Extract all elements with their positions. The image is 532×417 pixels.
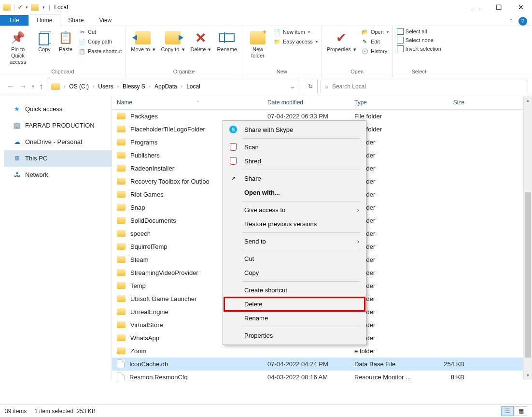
file-name: Riot Games — [130, 191, 164, 198]
header-date[interactable]: Date modified — [267, 99, 354, 106]
qat-check-icon[interactable]: ✓ — [18, 4, 23, 11]
tab-view[interactable]: View — [91, 15, 119, 26]
file-name: Packages — [130, 113, 158, 120]
easy-access-icon: 📁 — [273, 38, 281, 45]
pin-icon — [10, 30, 26, 45]
new-item-button[interactable]: 📄New item▾ — [273, 28, 318, 36]
cm-delete[interactable]: Delete — [224, 297, 365, 311]
new-folder-button[interactable]: New folder — [246, 28, 269, 61]
history-button[interactable]: 🕘History — [361, 47, 389, 55]
edit-button[interactable]: ✎Edit — [361, 38, 389, 45]
scroll-thumb[interactable] — [525, 192, 531, 358]
invert-selection-button[interactable]: Invert selection — [397, 45, 441, 52]
table-row[interactable]: Zoome folder — [112, 345, 523, 358]
minimize-button[interactable]: — — [465, 0, 488, 14]
cm-open-with[interactable]: Open with... — [224, 186, 365, 200]
tab-home[interactable]: Home — [28, 14, 60, 26]
header-type[interactable]: Type — [354, 99, 427, 106]
copy-to-button[interactable]: Copy to ▾ — [160, 28, 186, 55]
cut-button[interactable]: ✂Cut — [78, 28, 122, 36]
tab-file[interactable]: File — [0, 15, 28, 26]
main: ★Quick access 🏢FARRAD PRODUCTION ☁OneDri… — [0, 96, 532, 380]
qat-chevron-icon[interactable]: ▾ — [26, 5, 28, 10]
group-clipboard-label: Clipboard — [52, 68, 74, 76]
file-name: Ubisoft Game Launcher — [130, 295, 196, 302]
folder-icon — [117, 191, 126, 198]
crumb-0[interactable]: OS (C:) — [67, 83, 91, 90]
cm-give-access[interactable]: Give access to› — [224, 203, 365, 217]
crumb-1[interactable]: Users — [96, 83, 115, 90]
refresh-button[interactable]: ↻ — [303, 80, 318, 93]
header-name[interactable]: Name⌃ — [112, 99, 267, 106]
cm-restore[interactable]: Restore previous versions — [224, 217, 365, 231]
nav-forward-button[interactable]: → — [19, 82, 27, 91]
context-menu: SShare with Skype Scan Shred ↗Share Open… — [223, 120, 366, 345]
scroll-up-icon[interactable]: ▲ — [524, 96, 532, 105]
rename-button[interactable]: Rename — [216, 28, 238, 55]
view-details-button[interactable]: ☰ — [501, 406, 514, 416]
maximize-button[interactable]: ☐ — [488, 0, 510, 14]
address-dropdown-icon[interactable]: ⌄ — [287, 83, 298, 90]
help-icon[interactable]: ? — [518, 17, 527, 26]
file-date: 07-04-2022 06:33 PM — [267, 113, 354, 120]
move-to-button[interactable]: Move to ▾ — [130, 28, 156, 55]
crumb-sep[interactable]: › — [63, 84, 66, 89]
crumb-2[interactable]: Blessy S — [121, 83, 147, 90]
cm-scan[interactable]: Scan — [224, 140, 365, 154]
nav-up-button[interactable]: ↑ — [39, 82, 43, 91]
easy-access-button[interactable]: 📁Easy access▾ — [273, 38, 318, 45]
address-bar[interactable]: › OS (C:) › Users › Blessy S › AppData ›… — [49, 80, 300, 93]
delete-label: Delete ▾ — [191, 46, 211, 53]
paste-shortcut-button[interactable]: 📋Paste shortcut — [78, 47, 122, 55]
search-box[interactable]: ⌕ — [321, 80, 528, 93]
copy-button[interactable]: Copy — [36, 28, 53, 55]
move-to-icon — [135, 30, 151, 45]
nav-back-button[interactable]: ← — [7, 82, 14, 91]
copy-path-button[interactable]: 📄Copy path — [78, 38, 122, 45]
properties-button[interactable]: Properties ▾ — [326, 28, 357, 55]
open-button[interactable]: 📂Open▾ — [361, 28, 389, 36]
file-list: Name⌃ Date modified Type Size Packages07… — [112, 96, 523, 380]
folder-icon — [117, 295, 126, 302]
cm-properties[interactable]: Properties — [224, 329, 365, 343]
crumb-4[interactable]: Local — [184, 83, 202, 90]
table-row[interactable]: IconCache.db07-04-2022 04:24 PMData Base… — [112, 358, 523, 371]
cm-send-to[interactable]: Send to› — [224, 234, 365, 248]
close-button[interactable]: ✕ — [510, 0, 532, 14]
header-size[interactable]: Size — [427, 99, 470, 106]
cm-share-skype[interactable]: SShare with Skype — [224, 123, 365, 137]
cm-shred[interactable]: Shred — [224, 154, 365, 168]
title-divider: | — [49, 4, 50, 11]
qat-dropdown-icon[interactable]: ▾ — [42, 5, 45, 10]
cm-copy[interactable]: Copy — [224, 266, 365, 280]
tab-share[interactable]: Share — [60, 15, 91, 26]
file-name: Programs — [130, 139, 157, 146]
cm-share[interactable]: ↗Share — [224, 172, 365, 186]
table-row[interactable]: Resmon.ResmonCfg04-03-2022 08:16 AMResou… — [112, 371, 523, 380]
scroll-down-icon[interactable]: ▼ — [524, 371, 532, 380]
select-none-button[interactable]: Select none — [397, 37, 441, 43]
vertical-scrollbar[interactable]: ▲ ▼ — [523, 96, 532, 380]
sidebar-quick-access[interactable]: ★Quick access — [4, 101, 112, 117]
cm-create-shortcut[interactable]: Create shortcut — [224, 283, 365, 297]
search-icon: ⌕ — [325, 83, 328, 90]
delete-button[interactable]: Delete ▾ — [190, 28, 212, 55]
search-input[interactable] — [332, 83, 524, 90]
view-large-icons-button[interactable]: ▦ — [515, 406, 527, 416]
crumb-3[interactable]: AppData — [153, 83, 179, 90]
star-icon: ★ — [13, 105, 21, 114]
file-size: 8 KB — [427, 374, 470, 380]
paste-button[interactable]: Paste — [57, 28, 74, 55]
sidebar-farrad[interactable]: 🏢FARRAD PRODUCTION — [4, 117, 112, 134]
cm-rename[interactable]: Rename — [224, 311, 365, 325]
select-all-button[interactable]: Select all — [397, 28, 441, 35]
collapse-ribbon-icon[interactable]: ⌃ — [509, 18, 514, 25]
sidebar-network[interactable]: 🖧Network — [4, 167, 112, 183]
pin-quick-access-button[interactable]: Pin to Quick access — [4, 28, 32, 68]
scroll-track[interactable] — [524, 105, 532, 371]
sidebar-this-pc[interactable]: 🖥This PC — [4, 150, 112, 167]
cm-cut[interactable]: Cut — [224, 252, 365, 266]
nav-recent-dropdown[interactable]: ▾ — [32, 84, 34, 89]
sidebar-onedrive[interactable]: ☁OneDrive - Personal — [4, 134, 112, 150]
paste-label: Paste — [59, 46, 72, 53]
